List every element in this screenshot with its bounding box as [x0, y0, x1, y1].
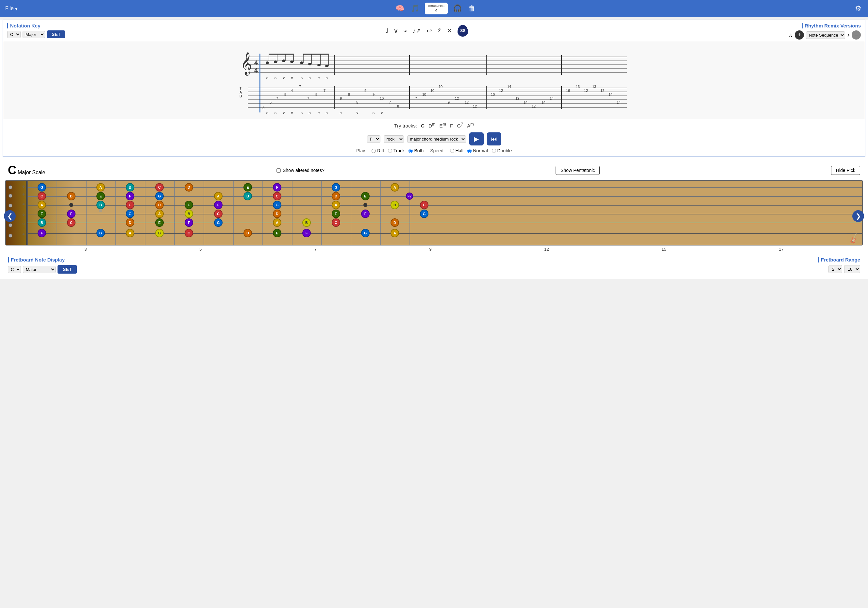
radio-double[interactable]: Double [492, 148, 512, 153]
music-search-btn[interactable]: 🎵 [409, 3, 421, 14]
note-B-s3-f3[interactable]: B [96, 201, 105, 209]
note-E-s6-f9[interactable]: E [273, 229, 281, 237]
fretboard-next-button[interactable]: ❯ [852, 210, 864, 222]
trash-btn[interactable]: 🗑 [467, 3, 477, 14]
hide-pick-button[interactable]: Hide Pick [831, 166, 860, 175]
note-B-s6-f5[interactable]: B [155, 229, 164, 237]
note-C-s1-f5[interactable]: C [155, 183, 164, 192]
note-C-s4-f7[interactable]: C [214, 209, 223, 218]
note-A-s1-f3[interactable]: A [96, 183, 105, 192]
range-end-select[interactable]: 181224 [844, 265, 860, 273]
track-Am[interactable]: Am [467, 123, 474, 129]
note-G-s3-f9[interactable]: G [273, 201, 281, 209]
note-D-s3-f5[interactable]: D [155, 201, 164, 209]
note-E-s4-f1[interactable]: E [37, 209, 46, 218]
settings-btn[interactable]: ⚙ [854, 3, 863, 14]
range-start-select[interactable]: 213 [828, 265, 842, 273]
note-F-s4-f13[interactable]: F [361, 209, 370, 218]
track-Em[interactable]: Em [439, 123, 446, 129]
note-G-s1-f12[interactable]: G [332, 183, 340, 192]
radio-normal[interactable]: Normal [467, 148, 488, 153]
note-A-s5-f9[interactable]: A [273, 218, 281, 227]
note-G-s6-f3[interactable]: G [96, 229, 105, 237]
note-F-s5-f7[interactable]: F [184, 218, 193, 227]
radio-track[interactable]: Track [388, 148, 405, 153]
track-G7[interactable]: G7 [457, 123, 463, 129]
bend-icon[interactable]: ↩ [426, 27, 432, 35]
note-F-s1-f10[interactable]: F [273, 183, 281, 192]
note-C-s5-f2[interactable]: C [67, 218, 76, 227]
quarter-note-icon[interactable]: ♩ [385, 27, 388, 35]
note-G-s6-f13[interactable]: G [361, 229, 370, 237]
mute-icon[interactable]: ✕ [447, 27, 452, 35]
note-A-s3-f1[interactable]: A [37, 201, 46, 209]
note-D-s5-f5[interactable]: D [126, 218, 134, 227]
radio-riff[interactable]: Riff [372, 148, 384, 153]
play-style-select[interactable]: rockjazzblues [384, 135, 404, 143]
show-altered-checkbox[interactable] [276, 168, 281, 172]
note-G-s5-f7[interactable]: G [214, 218, 223, 227]
note-D-s1-f7[interactable]: D [184, 183, 193, 192]
rewind-button[interactable]: ⏮ [487, 132, 501, 146]
note-C-s2-f1[interactable]: C [37, 192, 46, 200]
note-F-s3-f7[interactable]: F [214, 201, 223, 209]
note-C-s3-f17[interactable]: C [420, 201, 428, 209]
track-C[interactable]: C [421, 123, 425, 129]
tie-icon[interactable]: 𝄑 [404, 27, 407, 35]
note-A-s3-f12[interactable]: A [332, 201, 340, 209]
radio-both[interactable]: Both [409, 148, 423, 153]
down-strum-icon[interactable]: ∨ [394, 27, 398, 35]
note-F-s6-f1[interactable]: F [37, 229, 46, 237]
note-G-s4-f5[interactable]: G [126, 209, 134, 218]
radio-half[interactable]: Half [450, 148, 464, 153]
headphones-btn[interactable]: 🎧 [452, 3, 463, 14]
file-menu-button[interactable]: File ▾ [5, 6, 18, 12]
note-E-s4-f12[interactable]: E [332, 209, 340, 218]
note-B-s5-f1[interactable]: B [37, 218, 46, 227]
slide-icon[interactable]: ♪↗ [412, 27, 421, 35]
note-D-s2-f12[interactable]: D [332, 192, 340, 200]
note-B-s3-f15[interactable]: B [391, 201, 399, 209]
pick-icon[interactable]: SS [457, 25, 468, 37]
play-key-select[interactable]: FGAC [367, 135, 380, 143]
note-G-s4-f17[interactable]: G [420, 209, 428, 218]
note-F-s4-f2[interactable]: F [67, 209, 76, 218]
show-pentatonic-button[interactable]: Show Pentatonic [556, 166, 600, 175]
note-A-s2-f8[interactable]: A [214, 192, 223, 200]
remove-version-button[interactable]: − [852, 30, 861, 40]
note-B-s2-f9[interactable]: B [243, 192, 252, 200]
notation-set-button[interactable]: SET [47, 30, 65, 38]
track-Dm[interactable]: Dm [428, 123, 435, 129]
note-C-s6-f7[interactable]: C [184, 229, 193, 237]
note-D-s5-f15[interactable]: D [391, 218, 399, 227]
note-F-s2-f15[interactable]: F? [406, 192, 413, 200]
note-F-s2-f5[interactable]: F [126, 192, 134, 200]
note-B-s4-f7[interactable]: B [184, 209, 193, 218]
note-E-s1-f9[interactable]: E [243, 183, 252, 192]
note-C-s3-f5[interactable]: C [126, 201, 134, 209]
note-G-s2-f5[interactable]: G [155, 192, 164, 200]
note-A-s1-f15[interactable]: A [391, 183, 399, 192]
note-A-s6-f5[interactable]: A [126, 229, 134, 237]
mode-select[interactable]: MajorMinorDorian [23, 31, 45, 38]
note-A-s4-f5[interactable]: A [155, 209, 164, 218]
note-F-s6-f10[interactable]: F [302, 229, 311, 237]
note-C-s5-f12[interactable]: C [332, 218, 340, 227]
note-D-s4-f9[interactable]: D [273, 209, 281, 218]
add-version-button[interactable]: + [795, 30, 804, 40]
note-E-s5-f5[interactable]: E [155, 218, 164, 227]
note-sequence-select[interactable]: Note Sequence Chord Pattern [806, 31, 845, 39]
note-E-s2-f13[interactable]: E [361, 192, 370, 200]
track-F[interactable]: F [450, 123, 453, 129]
note-D-s2-f2[interactable]: D [67, 192, 76, 200]
vibrato-icon[interactable]: 𝄢 [437, 27, 442, 35]
note-G-s1-f1[interactable]: G [37, 183, 46, 192]
note-A-s6-f15[interactable]: A [391, 229, 399, 237]
brain-icon-btn[interactable]: 🧠 [394, 3, 406, 14]
note-E-s2-f3[interactable]: E [96, 192, 105, 200]
display-mode-select[interactable]: MajorMinor [23, 266, 56, 273]
note-D-s6-f8[interactable]: D [243, 229, 252, 237]
play-pattern-select[interactable]: major chord medium rock major chord slow… [407, 135, 466, 143]
display-set-button[interactable]: SET [57, 265, 77, 274]
note-B-s1-f5[interactable]: B [126, 183, 134, 192]
